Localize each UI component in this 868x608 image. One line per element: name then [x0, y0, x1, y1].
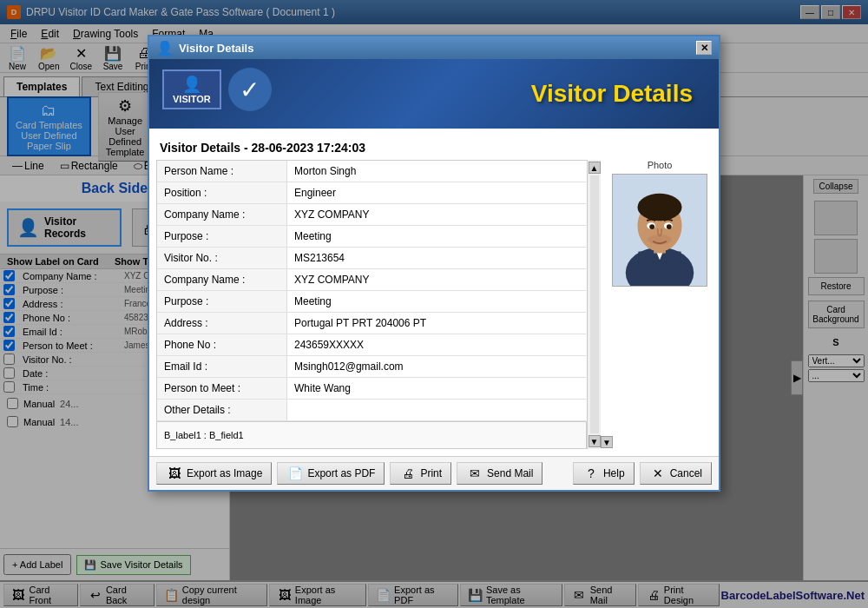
form-fields: Person Name : Position : Company Name : — [157, 161, 586, 421]
svg-point-12 — [648, 235, 671, 245]
modal-close-button[interactable]: ✕ — [696, 41, 712, 55]
field-purpose-1: Purpose : — [157, 226, 586, 248]
modal-header: 👤 VISITOR ✓ Visitor Details — [149, 59, 719, 129]
scroll-down-bottom-button[interactable]: ▼ — [601, 436, 613, 448]
field-visitor-no: Visitor No. : — [157, 248, 586, 269]
help-button[interactable]: ? Help — [573, 462, 635, 485]
photo-box — [612, 174, 707, 287]
barcode-text: B_label1 : B_field1 — [157, 426, 586, 444]
position-input[interactable] — [294, 187, 579, 199]
svg-point-10 — [649, 224, 654, 229]
scroll-track — [590, 175, 599, 422]
field-other-details: Other Details : — [157, 400, 586, 421]
person-photo — [613, 174, 707, 287]
scroll-up-button[interactable]: ▲ — [589, 162, 601, 174]
svg-point-7 — [642, 195, 676, 213]
photo-label: Photo — [648, 160, 673, 170]
company-name-input-2[interactable] — [294, 274, 579, 286]
export-image-button[interactable]: 🖼 Export as Image — [156, 462, 272, 485]
modal-overlay: 👤 Visitor Details ✕ 👤 VISITOR ✓ Visitor … — [0, 0, 868, 608]
print-modal-button[interactable]: 🖨 Print — [390, 462, 451, 485]
photo-section: Photo — [608, 160, 712, 449]
svg-point-11 — [667, 224, 672, 229]
modal-content-area: ▲ ▼ Person Name : Position : — [156, 160, 712, 449]
field-position: Position : — [157, 182, 586, 204]
modal-title: Visitor Details — [179, 42, 253, 55]
header-badge-area: 👤 VISITOR ✓ — [162, 68, 272, 111]
modal-header-title: Visitor Details — [531, 80, 693, 108]
visitor-details-modal: 👤 Visitor Details ✕ 👤 VISITOR ✓ Visitor … — [148, 35, 720, 492]
modal-title-bar: 👤 Visitor Details ✕ — [149, 36, 719, 59]
scroll-bar: ▲ ▼ — [587, 160, 601, 422]
person-to-meet-input[interactable] — [294, 382, 579, 394]
other-details-input[interactable] — [294, 404, 579, 416]
purpose-input-2[interactable] — [294, 295, 579, 307]
field-phone: Phone No : — [157, 334, 586, 356]
phone-input[interactable] — [294, 339, 579, 351]
modal-date-title: Visitor Details - 28-06-2023 17:24:03 — [156, 135, 712, 160]
send-mail-modal-button[interactable]: ✉ Send Mail — [457, 462, 542, 485]
form-scroll[interactable]: ▲ ▼ Person Name : Position : — [156, 160, 601, 422]
form-container: ▲ ▼ Person Name : Position : — [156, 160, 601, 449]
export-pdf-button[interactable]: 📄 Export as PDF — [277, 462, 385, 485]
field-company-name-2: Company Name : — [157, 269, 586, 291]
email-input[interactable] — [294, 360, 579, 373]
modal-body: Visitor Details - 28-06-2023 17:24:03 ▲ … — [149, 129, 719, 456]
visitor-no-input[interactable] — [294, 252, 579, 264]
field-person-to-meet: Person to Meet : — [157, 378, 586, 400]
field-address: Address : — [157, 313, 586, 334]
barcode-row: B_label1 : B_field1 ◀ ▶ ▼ — [156, 422, 601, 449]
modal-footer: 🖼 Export as Image 📄 Export as PDF 🖨 Prin… — [149, 456, 719, 490]
field-purpose-2: Purpose : — [157, 291, 586, 313]
field-company-name-1: Company Name : — [157, 204, 586, 226]
purpose-input-1[interactable] — [294, 230, 579, 242]
field-person-name: Person Name : — [157, 161, 586, 182]
company-name-input-1[interactable] — [294, 208, 579, 221]
visitor-badge: 👤 VISITOR — [162, 69, 221, 109]
modal-title-area: 👤 Visitor Details — [156, 40, 253, 56]
cancel-button[interactable]: ✕ Cancel — [640, 462, 712, 485]
scroll-bottom-buttons: ▼ — [600, 436, 614, 448]
person-name-input[interactable] — [294, 165, 579, 177]
address-input[interactable] — [294, 317, 579, 329]
field-email: Email Id : — [157, 356, 586, 378]
header-icon: ✓ — [228, 68, 272, 111]
